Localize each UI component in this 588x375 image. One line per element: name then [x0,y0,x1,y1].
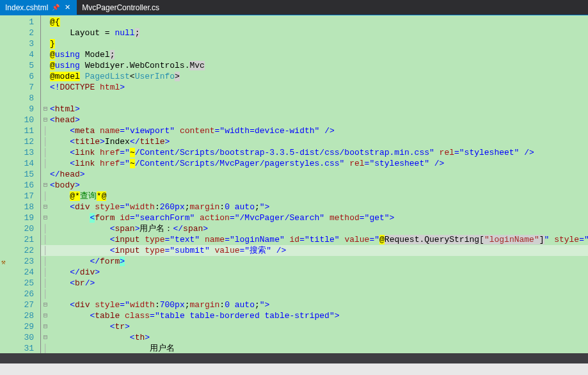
code-line[interactable]: @using Webdiyer.WebControls.Mvc [41,60,588,71]
line-number[interactable]: 26 [0,289,40,299]
code-line[interactable]: │ [41,289,588,299]
line-number[interactable]: 2 [0,28,40,38]
code-content: <th> [50,333,150,342]
fold-guide: │ [41,191,50,202]
code-content: <div style="width:260px;margin:0 auto;"> [50,202,269,212]
line-number[interactable]: 7 [0,82,40,93]
line-number[interactable]: 11 [0,125,40,136]
code-line[interactable]: Layout = null; [41,28,588,38]
code-line[interactable]: @model PagedList<UserInfo> [41,71,588,82]
fold-collapse-icon[interactable]: ⊟ [41,180,50,191]
code-line[interactable]: ⊟ <tr> [41,321,588,332]
horizontal-scrollbar[interactable] [0,353,588,363]
line-number[interactable]: 4 [0,49,40,60]
code-line[interactable]: ⊟ <table class="table table-bordered tab… [41,310,588,321]
line-number[interactable]: 9 [0,104,40,115]
code-line[interactable]: <!DOCTYPE html> [41,82,588,93]
code-line[interactable]: ⊟<html> [41,104,588,115]
code-line[interactable]: │ <title>Index</title> [41,136,588,147]
code-line[interactable]: ⊟ <div style="width:260px;margin:0 auto;… [41,202,588,212]
fold-collapse-icon[interactable]: ⊟ [41,202,50,212]
fold-guide: │ [41,158,50,169]
line-number[interactable]: 30 [0,332,40,343]
line-number-gutter[interactable]: 1234567891011121314151617181920212223⚒24… [0,15,41,353]
fold-guide: │ [41,343,50,353]
line-number[interactable]: 13 [0,147,40,158]
code-line[interactable]: │ <span>用户名：</span> [41,223,588,234]
line-number[interactable]: 29 [0,321,40,332]
code-line[interactable]: │ <input type="text" name="loginName" id… [41,234,588,245]
code-line[interactable]: │ <meta name="viewport" content="width=d… [41,125,588,136]
code-line[interactable]: │ </form> [41,256,588,267]
line-number[interactable]: 28 [0,310,40,321]
code-area[interactable]: @{ Layout = null; } @using Model; @using… [41,15,588,353]
line-number[interactable]: 27 [0,299,40,310]
code-line[interactable]: │ </div> [41,267,588,278]
fold-guide [41,93,50,104]
tab-bar: Index.cshtml 📌 ✕ MvcPagerController.cs [0,0,588,15]
line-number[interactable]: 10 [0,115,40,125]
fold-collapse-icon[interactable]: ⊟ [41,310,50,321]
code-line[interactable]: @{ [41,17,588,28]
code-line[interactable]: } [41,38,588,49]
line-number[interactable]: 16 [0,180,40,191]
code-line[interactable]: │ <input type="submit" value="搜索" /> [41,245,588,256]
code-line[interactable]: ⊟ <form id="searchForm" action="/MvcPage… [41,212,588,223]
code-line[interactable]: │ <link href="~/Content/Scripts/MvcPager… [41,158,588,169]
line-number[interactable]: 17 [0,191,40,202]
editor: 1234567891011121314151617181920212223⚒24… [0,15,588,353]
fold-collapse-icon[interactable]: ⊟ [41,115,50,125]
code-line[interactable]: ⊟<body> [41,180,588,191]
code-line[interactable]: │ <link href="~/Content/Scripts/bootstra… [41,147,588,158]
line-number[interactable]: 24 [0,267,40,278]
code-content: <body> [50,180,80,190]
code-line[interactable]: │ 用户名 [41,343,588,353]
code-content: @{ [50,17,60,27]
fold-collapse-icon[interactable]: ⊟ [41,212,50,223]
line-number[interactable]: 1 [0,17,40,28]
line-number[interactable]: 31 [0,343,40,353]
line-number[interactable]: 6 [0,71,40,82]
line-number[interactable]: 5 [0,60,40,71]
code-line[interactable]: ⊟ <th> [41,332,588,343]
line-number[interactable]: 15 [0,169,40,180]
fold-collapse-icon[interactable]: ⊟ [41,332,50,343]
code-content: @using Webdiyer.WebControls.Mvc [50,61,205,70]
code-line[interactable]: │ <br/> [41,278,588,289]
line-number[interactable]: 22 [0,245,40,256]
tab-mvcpager-controller[interactable]: MvcPagerController.cs [77,0,164,15]
line-number[interactable]: 21 [0,234,40,245]
fold-collapse-icon[interactable]: ⊟ [41,104,50,115]
code-line[interactable] [41,93,588,104]
code-content: <span>用户名：</span> [50,224,208,234]
fold-collapse-icon[interactable]: ⊟ [41,299,50,310]
code-line[interactable]: </head> [41,169,588,180]
code-content: <!DOCTYPE html> [50,83,125,92]
line-number[interactable]: 20 [0,223,40,234]
close-icon[interactable]: ✕ [63,3,72,12]
line-number[interactable]: 19 [0,212,40,223]
line-number[interactable]: 18 [0,202,40,212]
code-line[interactable]: ⊟ <div style="width:700px;margin:0 auto;… [41,299,588,310]
code-content: } [50,39,55,49]
fold-guide: │ [41,147,50,158]
code-line[interactable]: ⊟<head> [41,115,588,125]
line-number[interactable]: 14 [0,158,40,169]
line-number[interactable]: 3 [0,38,40,49]
line-number[interactable]: 25 [0,278,40,289]
tab-index-cshtml[interactable]: Index.cshtml 📌 ✕ [0,0,77,15]
line-number[interactable]: 8 [0,93,40,104]
fold-guide: │ [41,256,50,267]
pin-icon[interactable]: 📌 [52,4,60,11]
fold-guide: │ [41,289,50,299]
fold-guide: │ [41,234,50,245]
fold-collapse-icon[interactable]: ⊟ [41,321,50,332]
code-line[interactable]: │ @*查询*@ [41,191,588,202]
line-number[interactable]: 23⚒ [0,256,40,267]
code-content: <table class="table table-bordered table… [50,311,340,321]
fold-guide: │ [41,267,50,278]
tab-label: Index.cshtml [5,3,48,12]
line-number[interactable]: 12 [0,136,40,147]
code-content: <link href="~/Content/Scripts/MvcPager/p… [50,159,444,168]
code-line[interactable]: @using Model; [41,49,588,60]
